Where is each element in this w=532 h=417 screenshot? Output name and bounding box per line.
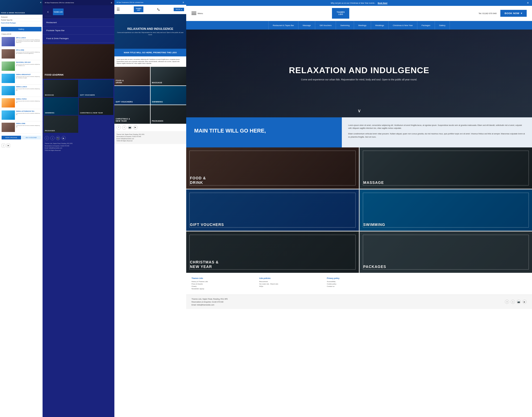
panel3-youtube-icon[interactable]: ▶ <box>133 125 138 130</box>
p4-menu-label: Menu <box>198 12 203 15</box>
p4-youtube-icon[interactable]: ▶ <box>522 300 527 304</box>
panel2-facebook-icon[interactable]: f <box>45 136 49 140</box>
panel3-book-button[interactable]: BOOK ▾ <box>174 8 184 11</box>
p4-footer-contact-link[interactable]: Contact us <box>327 286 391 287</box>
p4-announce-link[interactable]: Book Now! <box>378 2 388 4</box>
p4-announce-close-icon[interactable]: × <box>527 1 529 5</box>
p4-footer-faqs-link[interactable]: FAQs <box>259 286 323 287</box>
panel2-packages-label: PACKAGES <box>45 130 55 131</box>
p4-grid-vouchers[interactable]: GIFT VOUCHERS <box>186 189 359 231</box>
panel3-grid-vouchers[interactable]: GIFT VOUCHERS <box>114 86 150 105</box>
panel1-buy-voucher-btn[interactable]: BUY A VOUCHER <box>22 136 41 139</box>
panel2-menu-tapas[interactable]: Poolside Tapas Bar <box>43 27 114 35</box>
p4-nav-swimming[interactable]: Swimming <box>336 21 354 30</box>
panel2-food-label: FOOD &\nDRINK <box>45 73 64 77</box>
panel1-close-icon[interactable]: × <box>40 1 41 4</box>
p4-hamburger-line3 <box>192 14 196 15</box>
p4-footer-charity-link[interactable]: Charity <box>192 286 256 287</box>
panel3-section-title: MAIN TITLE WILL GO HERE, PROMOTING THE L… <box>114 49 186 56</box>
p4-hamburger-menu[interactable]: Menu <box>192 12 203 15</box>
panel2-close-icon[interactable]: × <box>111 1 112 4</box>
p4-nav-christmas[interactable]: Christmas & New Year <box>389 21 417 30</box>
p4-grid-food[interactable]: FOOD &DRINK <box>186 147 359 189</box>
panel2-grid-swimming[interactable]: SWIMMING <box>44 98 78 115</box>
panel1-nav-tapas[interactable]: Poolside Tapas Bar <box>1 19 41 22</box>
panel1-gallery-button[interactable]: Gallery <box>1 27 41 31</box>
panel3-hero-title: RELAXATION AND INDULGENCE <box>127 27 173 31</box>
panel3-grid-christmas[interactable]: CHRISTMAS &NEW YEAR <box>114 105 150 124</box>
panel1-nav-food[interactable]: Food & Drink Packages <box>1 22 41 24</box>
panel3-instagram-icon[interactable]: 📷 <box>128 125 132 130</box>
p4-nav-gift-vouchers[interactable]: Gift Vouchers <box>315 21 336 30</box>
p4-instagram-icon[interactable]: 📷 <box>517 300 521 304</box>
package-swim-breakfast-content: SWIM & BREAKFAST Lorem ipsum dolor sit a… <box>16 74 41 79</box>
panel1-cta-row: BOOK A PACKAGE BUY A VOUCHER <box>0 135 43 141</box>
p4-nav-gallery[interactable]: Gallery <box>435 21 450 30</box>
youtube-icon[interactable]: ▶ <box>6 144 10 147</box>
panel1-cart-text: 0 items £0.00 <box>0 32 43 36</box>
p4-hero-title: RELAXATION AND INDULGENCE <box>289 65 429 75</box>
panel1-book-package-btn[interactable]: BOOK A PACKAGE <box>2 136 21 139</box>
p4-footer-history-link[interactable]: History of Thames Lido <box>192 281 256 282</box>
panel1-nav-restaurant[interactable]: Restaurant <box>1 16 41 19</box>
instagram-icon[interactable]: 𝑓 <box>2 144 5 147</box>
panel2-instagram-icon[interactable]: 📷 <box>56 136 60 140</box>
panel3-footer: Thames Lido, Napier Road, Reading, RG1 8… <box>114 131 186 144</box>
package-swim-dine-content: SWIM & DINE Lorem ipsum dolor sit amet c… <box>16 123 41 127</box>
p4-hero-scroll-arrow[interactable]: ∨ <box>358 108 361 114</box>
package-swim-tea: SWIM & AFTERNOON TEA Lorem ipsum dolor s… <box>0 109 43 121</box>
panel2-phone-line: Reservations & Enquiries: 01182 070 640 <box>45 145 112 147</box>
panel3-phone-icon[interactable]: 📞 <box>157 8 160 11</box>
panel2-back-icon[interactable]: ‹ <box>45 7 51 16</box>
package-swim-breakfast-image <box>2 74 15 83</box>
panel2-grid-vouchers[interactable]: GIFT VOUCHERS <box>79 80 113 97</box>
panel2-email-line: Email: hello@thameslido.com <box>45 147 112 149</box>
panel3-footer-email: Email: hello@thameslido.com <box>117 138 184 140</box>
panel3-grid-massage[interactable]: MASSAGE <box>151 67 186 85</box>
p4-footer-newsletter-link[interactable]: Newsletter signup <box>192 288 256 290</box>
panel2-menu-food[interactable]: Food & Drink Packages <box>43 35 114 43</box>
panel2-youtube-icon[interactable]: ▶ <box>61 136 66 140</box>
p4-info-text-1: Lorem-ipsum dolor sit amet, consectetur … <box>348 124 526 130</box>
p4-footer-accessibility-link[interactable]: Accessibility <box>327 281 391 282</box>
p4-grid-christmas[interactable]: CHRISTMAS &NEW YEAR <box>186 232 359 273</box>
panel2-grid-massage[interactable]: MASSAGE <box>44 80 78 97</box>
p4-nav-packages[interactable]: Packages <box>417 21 435 30</box>
p4-nav-restaurant[interactable]: Restaurant & Tapas Bar <box>268 21 299 30</box>
panel3-close-icon[interactable]: × <box>182 1 184 4</box>
p4-nav-meetings[interactable]: Meetings <box>354 21 371 30</box>
panel2-grid-christmas[interactable]: CHRISTMAS & NEW YEAR <box>79 98 113 115</box>
p4-nav-weddings[interactable]: Weddings <box>371 21 389 30</box>
panel3-twitter-icon[interactable]: t <box>122 125 126 130</box>
p4-hero-section: RELAXATION AND INDULGENCE Come and exper… <box>186 30 532 117</box>
p4-footer-press-link[interactable]: Press & Awards <box>192 283 256 285</box>
panel2-menu-restaurant[interactable]: Restaurant <box>43 19 114 27</box>
panel2-logo-box: THAMES LIDO <box>53 9 64 15</box>
panel3-facebook-icon[interactable]: f <box>117 125 121 130</box>
panel3-grid-packages[interactable]: PACKAGES <box>151 105 186 124</box>
package-swim-tea-title: SWIM & AFTERNOON TEA <box>16 110 41 112</box>
panel3-hamburger-icon[interactable]: ☰ <box>117 7 120 11</box>
panel2-massage-label: MASSAGE <box>45 94 54 96</box>
p4-twitter-icon[interactable]: t <box>511 300 515 304</box>
p4-grid-swimming[interactable]: SWIMMING <box>360 189 532 231</box>
panel1-hero: FOOD & DRINK PACKAGES <box>0 0 43 15</box>
package-swim-dine-text: Lorem ipsum dolor sit amet consectetur a… <box>16 125 41 127</box>
p4-hamburger-icon <box>192 12 196 15</box>
panel2-twitter-icon[interactable]: t <box>50 136 55 140</box>
p4-footer-col1-title: Thames Lido <box>192 277 256 279</box>
panel2-social: f t 📷 ▶ <box>43 134 114 142</box>
p4-facebook-icon[interactable]: f <box>505 300 509 304</box>
package-swim-lunch-content: SWIM & LUNCH Lorem ipsum dolor sit amet … <box>16 86 41 91</box>
panel2-grid-packages[interactable]: PACKAGES <box>44 115 78 133</box>
panel3-grid-food[interactable]: FOOD &DRINK <box>114 67 150 85</box>
p4-footer-recruitment-link[interactable]: Recruitment <box>259 281 323 282</box>
p4-logo-box[interactable]: THAMES LIDO <box>332 8 349 19</box>
p4-book-now-button[interactable]: BOOK NOW ▾ <box>500 10 527 17</box>
p4-grid-massage[interactable]: MASSAGE <box>360 147 532 189</box>
p4-grid-packages[interactable]: PACKAGES <box>360 232 532 273</box>
panel3-grid-swimming[interactable]: SWIMMING <box>151 86 186 105</box>
p4-footer-cookie-link[interactable]: Cookie policy <box>327 283 391 285</box>
p4-footer-sister-link[interactable]: Our sister site - Brand Lido <box>259 283 323 285</box>
p4-nav-massage[interactable]: Massage <box>298 21 315 30</box>
